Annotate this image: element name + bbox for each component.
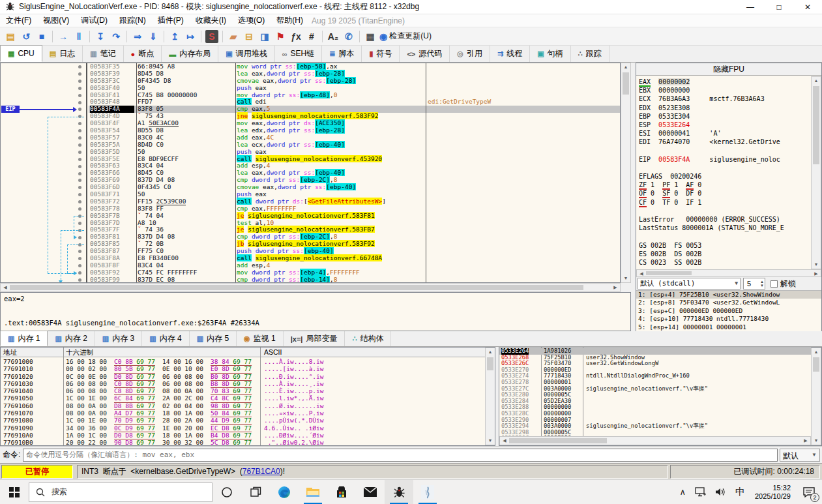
- tab-源代码[interactable]: <>源代码: [400, 46, 450, 62]
- breakpoint-dot[interactable]: [78, 165, 81, 168]
- disasm-row[interactable]: 00583F8AE8 FB340E00call siglusengine_nol…: [89, 255, 620, 262]
- run-icon[interactable]: →: [55, 29, 71, 44]
- hash-icon[interactable]: #: [304, 29, 319, 44]
- register-line[interactable]: ES 002B DS 002B: [639, 250, 811, 258]
- scroll-down-arrow-icon[interactable]: ▼: [812, 437, 821, 445]
- disasm-row[interactable]: 00583F5A8D4D C0lea ecx,dword ptr ss:[ebp…: [89, 141, 620, 149]
- dump-row[interactable]: 7769109034 00 36 000C D9 69 771E 00 20 0…: [1, 424, 484, 432]
- disasm-row[interactable]: 00583F3C0F4345 D8cmovae eax,dword ptr ss…: [89, 78, 620, 85]
- register-line[interactable]: EIP 00583F4A siglusengine_noloc: [639, 155, 811, 164]
- register-line[interactable]: EFLAGS 00200246: [639, 172, 811, 181]
- edge-button[interactable]: [270, 480, 299, 504]
- dump-row[interactable]: 7769103006 00 08 00C0 8D 69 7706 00 08 0…: [1, 380, 484, 387]
- tab-CPU[interactable]: ▦CPU: [0, 45, 42, 62]
- argument-count-stepper[interactable]: 5▲▼: [743, 278, 765, 289]
- scroll-left-arrow-icon[interactable]: ◀: [2, 284, 8, 291]
- call-argument-line[interactable]: 2: [esp+8] 75F03470 <user32.GetWindowL: [636, 299, 821, 306]
- register-line[interactable]: ESP 0533E264: [639, 121, 811, 129]
- menu-item-N[interactable]: 跟踪(N): [113, 14, 152, 27]
- disasm-row[interactable]: 00583F41C745 B8 00000000mov dword ptr ss…: [89, 92, 620, 99]
- register-line[interactable]: [639, 147, 811, 155]
- menu-item-V[interactable]: 视图(V): [37, 14, 75, 27]
- dump-tab-结构体[interactable]: ∴结构体: [345, 331, 391, 346]
- volume-icon[interactable]: [711, 487, 731, 497]
- breakpoint-dot[interactable]: [78, 271, 81, 274]
- scroll-left-arrow-icon[interactable]: ◀: [501, 437, 508, 445]
- disasm-row[interactable]: 00583F4FA1 50E3AC00mov eax,dword ptr ds:…: [89, 120, 620, 127]
- register-line[interactable]: EAX 00000002: [639, 78, 811, 86]
- register-list[interactable]: EAX 00000002EBX 00000000ECX 76B3A6A3 msc…: [639, 78, 811, 269]
- ime-indicator[interactable]: 中: [731, 486, 750, 498]
- breakpoint-address-link[interactable]: 767B1CA0: [242, 467, 280, 476]
- disassembly-panel[interactable]: EIP 00583F3566:8945 A8mov word ptr ss:[e…: [0, 63, 621, 283]
- menu-item-P[interactable]: 插件(P): [152, 14, 190, 27]
- dump-row[interactable]: 7769107008 00 0A 00A4 D7 69 7718 00 1A 0…: [1, 409, 484, 417]
- scroll-up-arrow-icon[interactable]: ▲: [486, 348, 495, 356]
- breakpoint-dot[interactable]: [78, 65, 81, 68]
- tab-调用堆栈[interactable]: ▣调用堆栈: [218, 46, 274, 62]
- tab-句柄[interactable]: ▣句柄: [530, 46, 570, 62]
- dump-tab-内存 4[interactable]: ▥内存 4: [142, 331, 189, 346]
- microsoft-store-button[interactable]: [327, 480, 356, 504]
- tab-日志[interactable]: ▤日志: [42, 46, 83, 62]
- patch-icon[interactable]: ▰: [226, 29, 241, 44]
- breakpoint-dot[interactable]: [78, 257, 81, 260]
- disasm-row[interactable]: 00583F3566:8945 A8mov word ptr ss:[ebp-5…: [89, 63, 620, 70]
- register-line[interactable]: CF 0 TF 0 IF 1: [639, 198, 811, 207]
- call-argument-line[interactable]: 1: [esp+4] 75F25B10 <user32.ShowWindow: [636, 291, 821, 299]
- breakpoint-dot[interactable]: [78, 200, 81, 203]
- disasm-row[interactable]: 00583F7Bˇ 74 04je siglusengine_nolocatio…: [89, 213, 620, 220]
- dump-tab-内存 3[interactable]: ▥内存 3: [95, 331, 142, 346]
- dump-row[interactable]: 776910501C 00 1E 006C 84 69 772A 00 2C 0…: [1, 394, 484, 402]
- comment-icon[interactable]: ⊟: [241, 29, 257, 44]
- scroll-right-arrow-icon[interactable]: ▶: [612, 284, 619, 291]
- register-line[interactable]: ZF 1 PF 1 AF 0: [639, 181, 811, 189]
- register-line[interactable]: [639, 207, 811, 215]
- tab-断点[interactable]: ●断点: [124, 46, 162, 62]
- register-line[interactable]: [639, 232, 811, 241]
- unlock-checkbox[interactable]: [771, 280, 778, 288]
- breakpoint-dot[interactable]: [78, 129, 81, 132]
- scroll-down-arrow-icon[interactable]: ▼: [621, 274, 630, 282]
- breakpoint-dot[interactable]: [78, 179, 81, 182]
- disasm-row[interactable]: 00583F548D55 D8lea edx,dword ptr ss:[ebp…: [89, 127, 620, 134]
- tab-笔记[interactable]: ▥笔记: [83, 46, 123, 62]
- call-log-icon[interactable]: ✆: [341, 29, 357, 44]
- attach-icon[interactable]: ↦: [183, 29, 198, 44]
- calculator-icon[interactable]: ▦: [362, 29, 378, 44]
- breakpoint-dot[interactable]: [78, 122, 81, 125]
- tray-clock[interactable]: 15:32 2025/10/29: [750, 484, 796, 501]
- command-input[interactable]: [23, 449, 778, 462]
- register-line[interactable]: EDX 0523E308: [639, 104, 811, 112]
- close-button[interactable]: ✕: [793, 0, 822, 14]
- breakpoint-dot[interactable]: [78, 193, 81, 196]
- dump-row[interactable]: 776910A01A 00 1C 00D0 D8 69 7718 00 1A 0…: [1, 432, 484, 439]
- dump-row[interactable]: 7769104006 00 08 00C8 8D 69 7708 00 0A 0…: [1, 387, 484, 394]
- breakpoint-dot[interactable]: [78, 72, 81, 76]
- dump-row[interactable]: 7769100016 00 18 00C0 8B 69 7714 00 16 0…: [1, 358, 484, 365]
- disasm-row[interactable]: 00583F6383C4 04add esp,4: [89, 162, 620, 170]
- register-line[interactable]: OF 0 SF 0 DF 0: [639, 189, 811, 198]
- step-over-icon[interactable]: ↷: [108, 29, 124, 44]
- stack-panel[interactable]: 0533E2641A9810260533E26875F25B10user32.S…: [499, 347, 822, 446]
- bookmark-icon[interactable]: ⚑: [272, 29, 288, 44]
- task-view-button[interactable]: [241, 480, 270, 504]
- dump-row[interactable]: 7769101000 00 02 0080 5B 69 770E 00 10 0…: [1, 365, 484, 372]
- dump-row[interactable]: 7769106008 00 0A 00D8 8B 69 7702 00 04 0…: [1, 402, 484, 409]
- tab-引用[interactable]: ◎引用: [450, 46, 490, 62]
- register-line[interactable]: CS 0023 SS 002B: [639, 258, 811, 267]
- register-line[interactable]: EBX 00000000: [639, 86, 811, 95]
- register-line[interactable]: [639, 164, 811, 172]
- menu-item-I[interactable]: 收藏夹(I): [190, 14, 232, 27]
- action-center-button[interactable]: 2: [796, 480, 822, 504]
- maximize-button[interactable]: □: [765, 0, 793, 14]
- dump-tab-局部变量[interactable]: |x=|局部变量: [284, 331, 345, 346]
- check-update-icon[interactable]: ◉检查更新(U): [378, 29, 433, 44]
- scroll-up-arrow-icon[interactable]: ▲: [621, 63, 630, 71]
- breakpoint-dot[interactable]: [78, 87, 81, 90]
- registers-horizontal-scrollbar[interactable]: ◀ ▶: [636, 269, 821, 277]
- label-icon[interactable]: ◨: [257, 29, 272, 44]
- call-argument-line[interactable]: 5: [esp+14] 00000001 00000001: [636, 323, 821, 331]
- disasm-horizontal-scrollbar[interactable]: ◀ ▶: [0, 283, 621, 292]
- breakpoint-dot[interactable]: [78, 250, 81, 253]
